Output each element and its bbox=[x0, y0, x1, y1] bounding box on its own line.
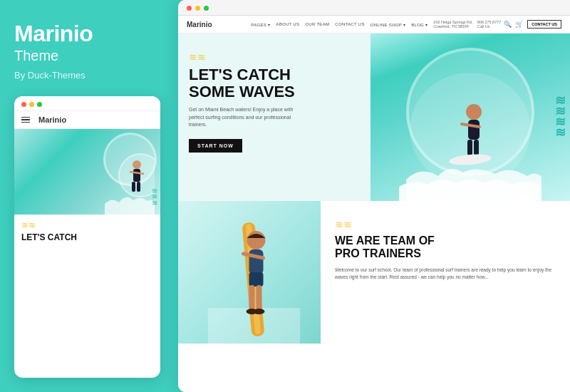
dot-yellow bbox=[29, 102, 34, 107]
team-body-text: Welcome to our surf school. Our team of … bbox=[335, 267, 556, 282]
svg-rect-11 bbox=[474, 140, 479, 155]
browser-dot-red bbox=[187, 6, 192, 11]
svg-point-23 bbox=[254, 309, 265, 314]
hero-surf-image: ≋≋≋≋ bbox=[370, 33, 570, 201]
zigzag-teal-mobile: ≋≋≋ bbox=[152, 188, 157, 207]
nav-address: 202 Helga Springs Rd, Crawford, TN 38554 bbox=[433, 20, 472, 29]
dot-green bbox=[37, 102, 42, 107]
title-text: Marinio bbox=[14, 21, 160, 46]
browser-dot-yellow bbox=[195, 6, 200, 11]
nav-blog: BLOG ▾ bbox=[411, 22, 428, 27]
surfer-wave-svg bbox=[105, 147, 155, 215]
nav-icons: 🔍 🛒 bbox=[504, 21, 523, 28]
browser-chrome bbox=[178, 0, 570, 16]
svg-point-16 bbox=[247, 231, 266, 249]
mobile-content: ≋≋ LET'S CATCH bbox=[14, 215, 160, 378]
hero-headline: LET'S CATCH SOME WAVES bbox=[189, 66, 324, 100]
nav-team: OUR TEAM bbox=[305, 22, 329, 26]
hero-zigzag-decoration: ≋≋ bbox=[189, 51, 324, 63]
mobile-hero-image: ≋≋≋ bbox=[14, 129, 160, 215]
mobile-headline: LET'S CATCH bbox=[21, 232, 153, 242]
contact-us-button[interactable]: CONTACT US bbox=[527, 20, 561, 29]
surfer-barrel-svg bbox=[399, 58, 542, 201]
nav-shop: ONLINE SHOP ▾ bbox=[370, 22, 405, 27]
team-section: ≋≋ WE ARE TEAM OF PRO TRAINERS Welcome t… bbox=[178, 201, 570, 344]
theme-title: Marinio Theme By Duck-Themes bbox=[14, 21, 160, 81]
yellow-zigzag-mobile: ≋≋ bbox=[21, 220, 153, 230]
nav-pages: PAGES ▾ bbox=[251, 22, 270, 27]
svg-point-7 bbox=[466, 104, 482, 120]
browser-dot-green bbox=[204, 6, 209, 11]
hero-text: ≋≋ LET'S CATCH SOME WAVES Get on Miami B… bbox=[189, 51, 324, 153]
svg-rect-8 bbox=[468, 120, 480, 140]
team-headline: WE ARE TEAM OF PRO TRAINERS bbox=[335, 234, 556, 261]
site-logo: Marinio bbox=[187, 21, 212, 29]
hero-cta-button[interactable]: START NOW bbox=[189, 139, 242, 153]
nav-phone: 809.275.8777 Call Us bbox=[477, 20, 502, 29]
mobile-card-browser-dots bbox=[14, 96, 160, 111]
team-section-image bbox=[178, 201, 321, 344]
svg-rect-5 bbox=[137, 182, 140, 192]
svg-rect-21 bbox=[256, 285, 262, 310]
svg-rect-4 bbox=[132, 182, 135, 192]
right-panel: Marinio PAGES ▾ ABOUT US OUR TEAM CONTAC… bbox=[178, 0, 570, 392]
svg-rect-19 bbox=[249, 272, 264, 287]
left-panel: Marinio Theme By Duck-Themes Marinio bbox=[0, 0, 175, 392]
dot-red bbox=[21, 102, 26, 107]
svg-rect-20 bbox=[249, 285, 255, 310]
zigzag-teal-hero: ≋≋≋≋ bbox=[555, 96, 566, 139]
subtitle-text: Theme bbox=[14, 48, 160, 64]
cart-icon[interactable]: 🛒 bbox=[515, 21, 523, 28]
svg-rect-2 bbox=[133, 169, 140, 182]
mobile-nav: Marinio bbox=[14, 111, 160, 129]
surfer-standing-svg bbox=[208, 208, 301, 344]
team-zigzag: ≋≋ bbox=[335, 219, 556, 230]
hero-section: ≋≋ LET'S CATCH SOME WAVES Get on Miami B… bbox=[178, 33, 570, 201]
hero-subtext: Get on Miami Beach waters! Enjoy a place… bbox=[189, 106, 303, 129]
nav-contact: CONTACT US bbox=[335, 22, 364, 26]
mobile-logo: Marinio bbox=[38, 115, 66, 124]
nav-about: ABOUT US bbox=[276, 22, 299, 26]
wave-background: ≋≋≋≋ bbox=[370, 33, 570, 201]
team-text: ≋≋ WE ARE TEAM OF PRO TRAINERS Welcome t… bbox=[321, 201, 570, 344]
svg-point-1 bbox=[133, 160, 141, 169]
author-text: By Duck-Themes bbox=[14, 70, 160, 81]
svg-rect-10 bbox=[467, 140, 472, 155]
hamburger-icon bbox=[21, 117, 30, 123]
search-icon[interactable]: 🔍 bbox=[504, 21, 512, 28]
site-nav: Marinio PAGES ▾ ABOUT US OUR TEAM CONTAC… bbox=[178, 16, 570, 33]
mobile-preview-card: Marinio ≋≋≋ ≋≋ bbox=[14, 96, 160, 378]
svg-rect-17 bbox=[249, 249, 264, 274]
